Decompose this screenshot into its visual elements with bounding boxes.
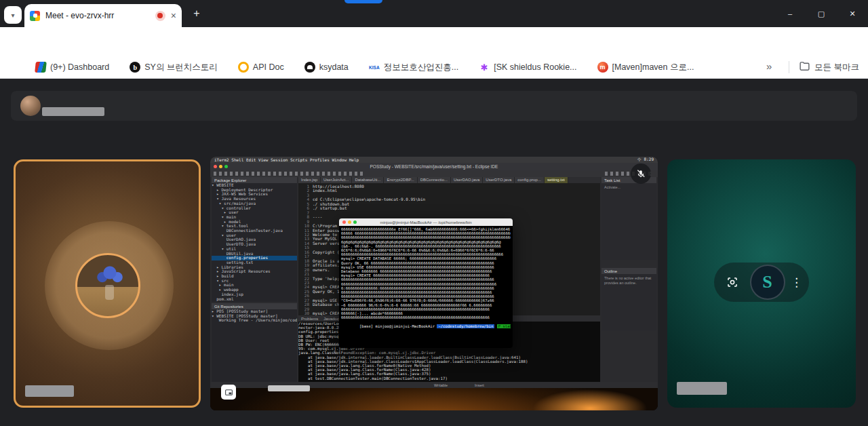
tree-item[interactable]: setting.txt: [212, 260, 297, 265]
tree-item[interactable]: pom.xml: [212, 297, 297, 302]
editor-tab-active[interactable]: setting.txt: [545, 177, 568, 183]
terminal-line: ^C6=6u696f6:66,6%96f6)6:66-66 976f0;0:66…: [341, 298, 511, 303]
editor-tab[interactable]: config.prop...: [515, 177, 545, 183]
tree-item[interactable]: ▾ controller: [212, 206, 297, 211]
tree-item[interactable]: ▸ webapp: [212, 288, 297, 292]
tree-item[interactable]: ▾ main: [212, 215, 297, 220]
tab-javadoc[interactable]: Javadoc: [323, 317, 338, 321]
terminal-line: 6666666666666666666666666666666666666666…: [341, 235, 511, 239]
chevron-down-icon: ▾: [11, 12, 14, 19]
window-controls: – ▢ ✕: [774, 0, 868, 27]
tree-item[interactable]: ▸ model: [212, 220, 297, 225]
tree-item[interactable]: ▾ test.tool: [212, 224, 297, 229]
tree-item[interactable]: index.jsp: [212, 292, 297, 297]
terminal-line: mysql> CREATE DATABASE 66666; 6666666666…: [341, 256, 511, 260]
tree-item[interactable]: ▾ user: [212, 233, 297, 238]
editor-tab[interactable]: Encrypt2DBP...: [384, 177, 417, 183]
tree-item[interactable]: ▸ JavaScript Resources: [212, 269, 297, 274]
books-icon: [35, 62, 47, 73]
git-repo-item[interactable]: Working Tree - /Users/minjoo/codestudy: [212, 318, 297, 323]
tree-item[interactable]: ▸ build: [212, 274, 297, 279]
eclipse-toolbar: [210, 170, 658, 177]
bookmarks-overflow-button[interactable]: »: [766, 60, 772, 72]
minimize-button[interactable]: –: [774, 0, 806, 27]
shieldus-flower-icon: ✱: [479, 62, 490, 73]
prompt-path: ~/codestudy/homebrew/bin: [437, 324, 494, 328]
terminal-line: ~6 66666666 96/6:6-6%:6-6 66666:66 66666…: [341, 303, 511, 307]
bookmark-shieldus[interactable]: ✱ [SK shieldus Rookie...: [479, 62, 576, 73]
participant-avatar: S: [750, 265, 785, 300]
eclipse-title-bar: POSStudy - WEBSITE/src/main/java/user/se…: [210, 163, 658, 170]
participant-tile-right[interactable]: S ⋮: [667, 159, 856, 408]
tree-item[interactable]: ▾ util: [212, 247, 297, 252]
tree-item[interactable]: config.properties: [212, 256, 297, 260]
tab-close-button[interactable]: ×: [171, 11, 176, 20]
terminal-line: 6666666666666666666666666666666666666666…: [341, 277, 511, 282]
pip-button[interactable]: [221, 385, 236, 400]
editor-tab[interactable]: UserDAO.java: [451, 177, 483, 183]
close-button[interactable]: ✕: [837, 0, 868, 27]
capture-frame-button[interactable]: [721, 271, 744, 294]
participant-name-redacted: [25, 385, 74, 397]
bookmarks-separator: [789, 61, 789, 73]
participant-tile-left[interactable]: [14, 159, 201, 408]
traffic-lights-icon: [342, 220, 357, 224]
tree-item[interactable]: ▸ main: [212, 283, 297, 288]
tree-item[interactable]: ▸ user: [212, 210, 297, 215]
tree-item[interactable]: ▾ Java Resources: [212, 197, 297, 201]
git-repo-item[interactable]: ▸ POS [POSStudy master]: [212, 309, 297, 314]
flowers-photo: [96, 265, 123, 285]
browser-tab[interactable]: Meet - evo-zrvx-hrr ×: [24, 4, 182, 27]
all-bookmarks-button[interactable]: 모든 북마크: [799, 56, 859, 79]
avatar: [20, 96, 41, 116]
tab-search-button[interactable]: ▾: [4, 6, 22, 24]
mic-muted-icon: [631, 163, 651, 184]
tree-item[interactable]: ▾ src/main/java: [212, 201, 297, 206]
traffic-lights-icon: [214, 165, 228, 168]
screen-share-tile[interactable]: iTerm2 Shell Edit View Session Scripts P…: [210, 157, 658, 410]
terminal-line: Query OK, 66 666666666666666666666666666…: [341, 261, 511, 265]
participant-name-redacted: [42, 107, 104, 116]
bookmark-brunch[interactable]: b SY의 브런치스토리: [130, 62, 218, 73]
task-list-body: Activate...: [601, 183, 656, 192]
new-tab-button[interactable]: +: [190, 7, 203, 20]
tree-item[interactable]: UserDAO.java: [212, 237, 297, 242]
toolbar-icons: [214, 172, 363, 176]
scrollbar-thumb[interactable]: [268, 385, 310, 391]
bookmark-kisa[interactable]: KISA 정보보호산업진흥...: [369, 62, 458, 73]
screen-share-indicator: [344, 0, 382, 3]
tree-item[interactable]: ▸ Libraries: [212, 265, 297, 270]
git-repositories-panel: Git Repositories ▸ POS [POSStudy master]…: [212, 303, 297, 382]
terminal-lines: 66666666666666666666666e Ef66[]^666, 6ab…: [341, 227, 511, 320]
tree-item[interactable]: ▾ WEBSITE: [212, 183, 297, 188]
outline-panel: Outline There is no active editor that p…: [601, 268, 656, 330]
maximize-button[interactable]: ▢: [806, 0, 837, 27]
editor-tab[interactable]: UserJoinAct...: [321, 177, 352, 183]
bookmark-items: (9+) Dashboard b SY의 브런치스토리 API Doc ksyd…: [35, 56, 694, 79]
tree-item[interactable]: DBUtil.java: [212, 252, 297, 256]
editor-tab[interactable]: DBConnectio...: [418, 177, 451, 183]
bookmark-api-doc[interactable]: API Doc: [238, 62, 284, 73]
bookmark-maven[interactable]: m [Maven]maven 으로...: [597, 62, 694, 73]
git-repo-item[interactable]: ▾ WEBSITE [POSStudy master]: [212, 314, 297, 319]
editor-tab[interactable]: UserDTO.java: [483, 177, 515, 183]
editor-tab[interactable]: DatabaseUti...: [352, 177, 384, 183]
folder-icon: [799, 60, 810, 74]
terminal-line: 6666666666666666666666666666666666666666…: [341, 315, 511, 320]
window-titlebar: ▾ Meet - evo-zrvx-hrr × + – ▢ ✕: [0, 0, 868, 27]
tab-problems[interactable]: Problems: [301, 317, 318, 321]
terminal-output: 66666666666666666666666e Ef66[]^666, 6ab…: [339, 226, 513, 348]
tree-item[interactable]: ▾ src: [212, 279, 297, 284]
api-doc-icon: [238, 62, 249, 73]
editor-tab[interactable]: Index.jsp: [298, 177, 321, 183]
vase-photo: [105, 285, 114, 300]
tile-menu-button[interactable]: ⋮: [791, 275, 802, 290]
tree-item[interactable]: ▸ Deployment Descriptor: [212, 188, 297, 193]
tree-item[interactable]: DBConnectionTester.java: [212, 229, 297, 233]
bookmark-dashboard[interactable]: (9+) Dashboard: [35, 62, 109, 73]
tree-item[interactable]: UserDTO.java: [212, 242, 297, 247]
terminal-line: 6666666666666666666666666666666666666666…: [341, 282, 511, 286]
bookmark-ksydata[interactable]: ksydata: [304, 62, 349, 73]
editor-tab-bar: Index.jsp UserJoinAct... DatabaseUti... …: [298, 177, 600, 183]
tree-item[interactable]: ▸ JAX-WS Web Services: [212, 192, 297, 197]
